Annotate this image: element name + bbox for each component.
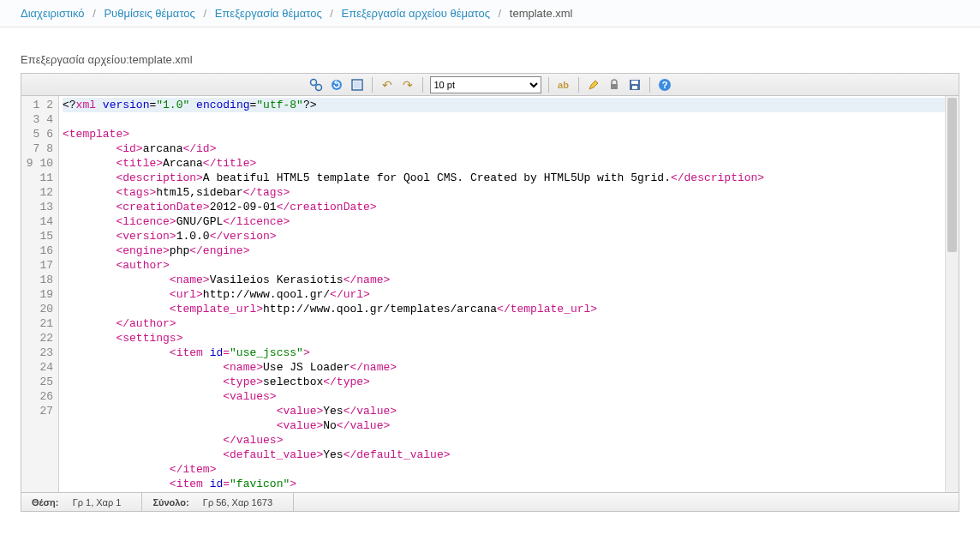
- breadcrumb-link-theme-settings[interactable]: Ρυθμίσεις θέματος: [104, 7, 194, 20]
- page-title: Επεξεργασία αρχείου:template.xml: [21, 53, 959, 66]
- breadcrumb-sep: /: [330, 7, 333, 20]
- status-pos-label: Θέση:: [32, 497, 58, 508]
- toolbar-separator: [422, 77, 423, 93]
- breadcrumb-sep: /: [203, 7, 206, 20]
- svg-point-0: [310, 79, 316, 85]
- toolbar-separator: [372, 77, 373, 93]
- breadcrumb-link-file-edit[interactable]: Επεξεργασία αρχείου θέματος: [342, 7, 490, 20]
- help-icon[interactable]: ?: [657, 77, 672, 93]
- svg-rect-5: [611, 84, 618, 89]
- fontsize-select[interactable]: 10 pt: [430, 76, 541, 93]
- svg-point-1: [315, 84, 321, 90]
- toolbar-separator: [578, 77, 579, 93]
- breadcrumb-link-theme-edit[interactable]: Επεξεργασία θέματος: [215, 7, 322, 20]
- svg-rect-8: [632, 86, 637, 89]
- editor-toolbar: ↶ ↷ 10 pt ab ?: [21, 74, 959, 96]
- toolbar-separator: [649, 77, 650, 93]
- breadcrumb-current: template.xml: [510, 7, 573, 20]
- editor-body[interactable]: 1 2 3 4 5 6 7 8 9 10 11 12 13 14 15 16 1…: [21, 96, 959, 492]
- highlight-icon[interactable]: [586, 77, 601, 93]
- breadcrumb-sep: /: [93, 7, 96, 20]
- toolbar-separator: [548, 77, 549, 93]
- scrollbar-thumb[interactable]: [947, 98, 957, 252]
- fullscreen-icon[interactable]: [350, 77, 365, 93]
- svg-rect-7: [631, 81, 638, 84]
- status-total-label: Σύνολο:: [152, 497, 188, 508]
- code-editor: ↶ ↷ 10 pt ab ? 1 2 3 4 5 6 7 8 9 10 11 1…: [21, 73, 959, 512]
- wrap-icon[interactable]: ab: [556, 77, 571, 93]
- code-area[interactable]: <?xml version="1.0" encoding="utf-8"?> <…: [59, 96, 959, 492]
- editor-statusbar: Θέση: Γρ 1, Χαρ 1 Σύνολο: Γρ 56, Χαρ 167…: [21, 492, 959, 511]
- redo-icon[interactable]: ↷: [400, 77, 415, 93]
- breadcrumb: Διαχειριστικό / Ρυθμίσεις θέματος / Επεξ…: [0, 0, 980, 27]
- undo-icon[interactable]: ↶: [379, 77, 395, 93]
- breadcrumb-sep: /: [499, 7, 502, 20]
- svg-text:?: ?: [661, 80, 667, 90]
- line-gutter: 1 2 3 4 5 6 7 8 9 10 11 12 13 14 15 16 1…: [21, 96, 59, 492]
- status-pos-value: Γρ 1, Χαρ 1: [73, 497, 122, 508]
- save-icon[interactable]: [627, 77, 642, 93]
- breadcrumb-link-admin[interactable]: Διαχειριστικό: [21, 7, 85, 20]
- status-total-value: Γρ 56, Χαρ 1673: [203, 497, 272, 508]
- refresh-icon[interactable]: [329, 77, 344, 93]
- svg-rect-4: [354, 81, 361, 88]
- search-icon[interactable]: [308, 77, 324, 93]
- vertical-scrollbar[interactable]: [945, 96, 959, 492]
- lock-icon[interactable]: [607, 77, 622, 93]
